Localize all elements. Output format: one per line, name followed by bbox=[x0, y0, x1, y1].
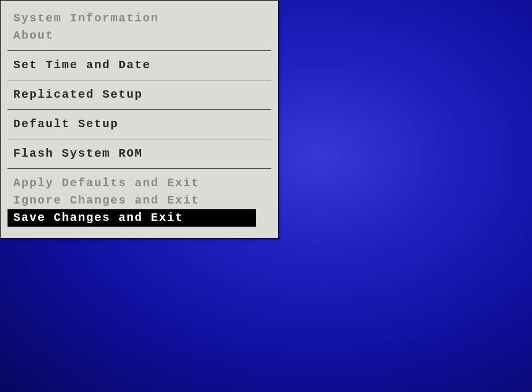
menu-item-about[interactable]: About bbox=[1, 27, 278, 45]
menu-group-flash: Flash System ROM bbox=[1, 143, 278, 165]
menu-group-exit: Apply Defaults and Exit Ignore Changes a… bbox=[1, 172, 278, 229]
menu-item-system-information[interactable]: System Information bbox=[1, 10, 278, 27]
menu-group-time: Set Time and Date bbox=[1, 54, 278, 76]
menu-divider bbox=[8, 139, 271, 139]
menu-divider bbox=[8, 50, 271, 51]
menu-item-ignore-changes-and-exit[interactable]: Ignore Changes and Exit bbox=[1, 192, 278, 209]
bios-file-menu: System Information About Set Time and Da… bbox=[0, 0, 279, 239]
menu-divider bbox=[8, 80, 271, 80]
menu-item-save-changes-and-exit[interactable]: Save Changes and Exit bbox=[8, 209, 256, 227]
menu-divider bbox=[8, 168, 271, 169]
menu-group-replicated: Replicated Setup bbox=[1, 84, 278, 106]
menu-item-replicated-setup[interactable]: Replicated Setup bbox=[1, 86, 278, 103]
menu-item-set-time-and-date[interactable]: Set Time and Date bbox=[1, 57, 278, 74]
menu-item-flash-system-rom[interactable]: Flash System ROM bbox=[1, 145, 278, 162]
menu-group-info: System Information About bbox=[1, 8, 278, 47]
menu-item-default-setup[interactable]: Default Setup bbox=[1, 116, 278, 133]
menu-divider bbox=[8, 109, 271, 110]
menu-group-default: Default Setup bbox=[1, 113, 278, 135]
menu-item-apply-defaults-and-exit[interactable]: Apply Defaults and Exit bbox=[1, 175, 278, 192]
